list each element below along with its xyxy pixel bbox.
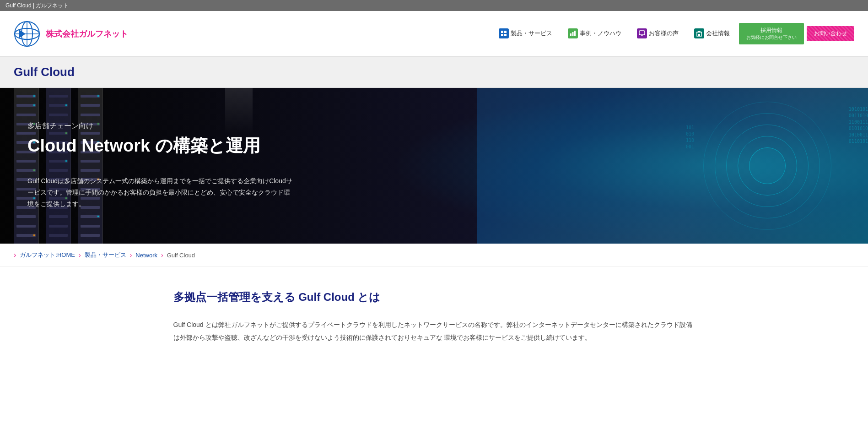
section-title: 多拠点一括管理を支える Gulf Cloud とは [173, 290, 695, 304]
recruit-label: 採用情報 [746, 27, 797, 34]
nav-voice-label: お客様の声 [649, 29, 679, 38]
contact-button[interactable]: お問い合わせ [807, 26, 854, 41]
nav-company-label: 会社情報 [706, 29, 730, 38]
hero-divider [27, 166, 279, 166]
breadcrumb: › ガルフネット:HOME › 製品・サービス › Network › Gulf… [0, 244, 868, 267]
breadcrumb-network[interactable]: Network [135, 252, 157, 259]
site-header: 株式会社ガルフネット 製品・サービス 事例・ノウハ [0, 11, 868, 57]
breadcrumb-products[interactable]: 製品・サービス [85, 251, 126, 259]
breadcrumb-sep-3: › [161, 251, 163, 259]
main-nav: 製品・サービス 事例・ノウハウ お客様の声 [492, 23, 854, 44]
tab-title: Gulf Cloud | ガルフネット [5, 2, 69, 10]
hero-subtitle: 多店舗チェーン向け [27, 121, 293, 131]
svg-marker-14 [641, 35, 643, 36]
breadcrumb-current: Gulf Cloud [167, 252, 195, 259]
browser-tab-bar: Gulf Cloud | ガルフネット [0, 0, 868, 11]
nav-cases[interactable]: 事例・ノウハウ [561, 25, 628, 42]
breadcrumb-home[interactable]: ガルフネット:HOME [20, 251, 75, 259]
nav-company[interactable]: 会社情報 [688, 25, 736, 42]
contact-label: お問い合わせ [814, 30, 847, 37]
section-body: Gulf Cloud とは弊社ガルフネットがご提供するプライベートクラウドを利用… [173, 318, 695, 344]
svg-rect-7 [504, 31, 507, 33]
svg-marker-16 [696, 31, 702, 33]
recruit-sub-label: お気軽にお問合せ下さい [746, 34, 797, 41]
products-icon [499, 28, 509, 38]
company-name: 株式会社ガルフネット [46, 28, 128, 39]
hero-title: Cloud Network の構築と運用 [27, 136, 293, 157]
nav-voice[interactable]: お客様の声 [631, 25, 685, 42]
svg-rect-17 [698, 34, 700, 36]
breadcrumb-sep-1: › [79, 251, 81, 259]
svg-rect-8 [501, 34, 503, 36]
svg-rect-11 [572, 32, 574, 36]
page-title: Gulf Cloud [14, 65, 854, 79]
nav-products[interactable]: 製品・サービス [492, 25, 559, 42]
company-icon [694, 28, 704, 38]
cases-icon [568, 28, 578, 38]
hero-description: Gulf Cloudは多店舗のシステム一式の構築から運用までを一括でご提供する企… [27, 175, 293, 210]
nav-cases-label: 事例・ノウハウ [580, 29, 621, 38]
breadcrumb-sep-2: › [130, 251, 132, 259]
svg-rect-13 [639, 31, 645, 35]
page-title-bar: Gulf Cloud [0, 57, 868, 88]
logo-icon [14, 21, 40, 47]
voice-icon [637, 28, 647, 38]
circuit-rings: 1010101001101011001110101010101001101101… [703, 102, 831, 230]
recruit-button[interactable]: 採用情報 お気軽にお問合せ下さい [739, 23, 804, 44]
svg-rect-9 [504, 34, 507, 36]
hero-banner: 1010101001101011001110101010101001101101… [0, 88, 868, 244]
logo-area: 株式会社ガルフネット [14, 21, 128, 47]
main-content: 多拠点一括管理を支える Gulf Cloud とは Gulf Cloud とは弊… [160, 267, 709, 367]
svg-rect-10 [570, 33, 571, 36]
svg-rect-12 [574, 31, 576, 36]
hero-content: 多店舗チェーン向け Cloud Network の構築と運用 Gulf Clou… [0, 103, 320, 228]
svg-rect-6 [501, 31, 503, 33]
breadcrumb-chevron-1: › [14, 251, 16, 259]
nav-products-label: 製品・サービス [511, 29, 552, 38]
